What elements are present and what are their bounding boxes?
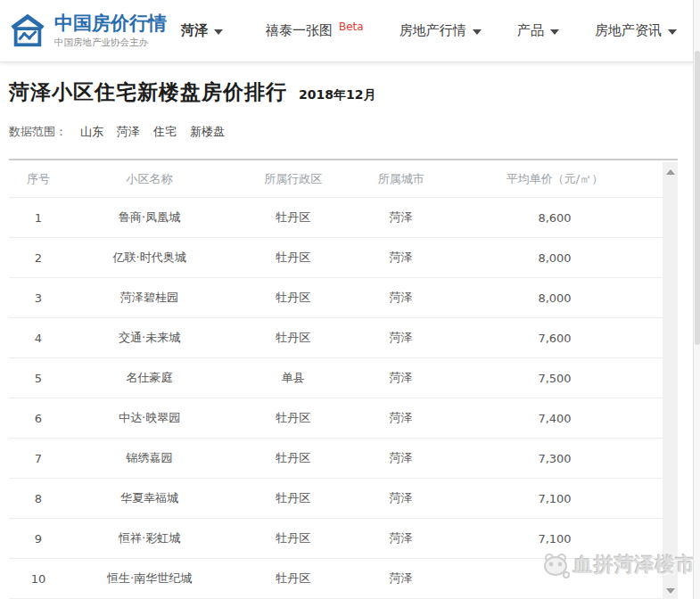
rank-cell: 3 xyxy=(9,291,68,305)
rank-cell: 9 xyxy=(9,532,68,546)
price-cell: 7,400 xyxy=(447,412,663,425)
district-cell: 牡丹区 xyxy=(231,570,355,587)
community-name-cell[interactable]: 亿联·时代奥城 xyxy=(68,250,231,266)
price-cell: 7,300 xyxy=(447,452,663,465)
chevron-down-icon xyxy=(550,29,559,35)
rank-cell: 5 xyxy=(9,372,68,385)
community-name-cell[interactable]: 华夏幸福城 xyxy=(68,490,231,506)
city-cell: 菏泽 xyxy=(355,330,447,346)
site-header: 中国房价行情 中国房地产业协会主办 菏泽 禧泰一张图 Beta 房地产行情 产品… xyxy=(0,0,700,62)
community-name-cell[interactable]: 菏泽碧桂园 xyxy=(68,290,231,306)
nav-item-label: 房地产行情 xyxy=(399,22,466,39)
scope-item-province[interactable]: 山东 xyxy=(80,124,103,140)
beta-badge: Beta xyxy=(339,21,364,32)
city-cell: 菏泽 xyxy=(355,290,447,306)
browser-scrollbar[interactable] xyxy=(693,0,700,599)
table-row: 3 菏泽碧桂园 牡丹区 菏泽 8,000 xyxy=(9,278,678,318)
district-cell: 单县 xyxy=(231,370,355,386)
community-name-cell[interactable]: 交通·未来城 xyxy=(68,330,231,346)
brand-logo[interactable]: 中国房价行情 中国房地产业协会主办 xyxy=(9,12,167,50)
house-chart-logo-icon xyxy=(9,12,46,50)
price-cell: 7,100 xyxy=(447,532,663,546)
report-date: 2018年12月 xyxy=(299,87,375,103)
browser-scrollbar-thumb[interactable] xyxy=(695,51,700,345)
ranking-table: 序号 小区名称 所属行政区 所属城市 平均单价（元/㎡） 1 鲁商·凤凰城 牡丹… xyxy=(9,159,678,599)
table-row: 5 名仕豪庭 单县 菏泽 7,500 xyxy=(9,358,678,398)
rank-cell: 1 xyxy=(9,211,68,225)
price-cell: 7,600 xyxy=(447,332,663,345)
rank-cell: 8 xyxy=(9,492,68,505)
table-row: 10 恒生·南华世纪城 牡丹区 菏泽 xyxy=(9,559,678,599)
brand-title: 中国房价行情 xyxy=(54,12,167,34)
nav-item-xitai-map[interactable]: 禧泰一张图 Beta xyxy=(266,22,364,39)
nav-item-label: 房地产资讯 xyxy=(595,22,662,39)
chevron-down-icon xyxy=(473,29,482,35)
main-content: 菏泽小区住宅新楼盘房价排行 2018年12月 数据范围： 山东 菏泽 住宅 新楼… xyxy=(0,78,700,599)
nav-item-label: 禧泰一张图 xyxy=(266,22,333,39)
brand-subtitle: 中国房地产业协会主办 xyxy=(54,37,167,49)
nav-item-label: 产品 xyxy=(517,22,544,39)
nav-item-market[interactable]: 房地产行情 xyxy=(399,22,482,39)
community-name-cell[interactable]: 恒祥·彩虹城 xyxy=(68,530,231,546)
column-header-district: 所属行政区 xyxy=(231,171,355,187)
column-header-price: 平均单价（元/㎡） xyxy=(447,171,663,187)
table-row: 8 华夏幸福城 牡丹区 菏泽 7,100 xyxy=(9,479,678,519)
brand-text: 中国房价行情 中国房地产业协会主办 xyxy=(54,12,167,48)
scope-item-city[interactable]: 菏泽 xyxy=(117,124,140,140)
table-header-row: 序号 小区名称 所属行政区 所属城市 平均单价（元/㎡） xyxy=(9,160,678,198)
price-cell: 8,000 xyxy=(447,291,663,305)
city-cell: 菏泽 xyxy=(355,250,447,266)
table-row: 6 中达·映翠园 牡丹区 菏泽 7,400 xyxy=(9,398,678,439)
table-scrollbar[interactable] xyxy=(663,162,678,599)
table-row: 9 恒祥·彩虹城 牡丹区 菏泽 7,100 xyxy=(9,519,678,559)
city-selector-label: 菏泽 xyxy=(181,22,208,39)
price-cell: 8,000 xyxy=(447,251,663,265)
scrollbar-up-arrow-icon[interactable] xyxy=(666,169,675,175)
table-body: 1 鲁商·凤凰城 牡丹区 菏泽 8,600 2 亿联·时代奥城 牡丹区 菏泽 8… xyxy=(9,198,678,599)
page-title: 菏泽小区住宅新楼盘房价排行 xyxy=(9,78,287,106)
city-cell: 菏泽 xyxy=(355,570,447,587)
city-cell: 菏泽 xyxy=(355,410,447,426)
table-row: 4 交通·未来城 牡丹区 菏泽 7,600 xyxy=(9,318,678,358)
nav-item-products[interactable]: 产品 xyxy=(517,22,559,39)
column-header-rank: 序号 xyxy=(9,171,68,187)
scope-item-type[interactable]: 住宅 xyxy=(153,124,177,140)
community-name-cell[interactable]: 锦绣嘉园 xyxy=(68,450,231,466)
table-row: 1 鲁商·凤凰城 牡丹区 菏泽 8,600 xyxy=(9,198,678,238)
rank-cell: 10 xyxy=(9,572,68,586)
district-cell: 牡丹区 xyxy=(231,530,355,546)
community-name-cell[interactable]: 中达·映翠园 xyxy=(68,410,231,426)
nav-item-news[interactable]: 房地产资讯 xyxy=(595,22,677,39)
city-cell: 菏泽 xyxy=(355,370,447,386)
price-cell: 7,500 xyxy=(447,372,663,385)
price-cell: 7,100 xyxy=(447,492,663,505)
city-cell: 菏泽 xyxy=(355,490,447,506)
data-scope-label: 数据范围： xyxy=(9,124,67,140)
data-scope: 数据范围： 山东 菏泽 住宅 新楼盘 xyxy=(9,124,678,140)
district-cell: 牡丹区 xyxy=(231,490,355,506)
table-row: 2 亿联·时代奥城 牡丹区 菏泽 8,000 xyxy=(9,238,678,278)
scope-item-category[interactable]: 新楼盘 xyxy=(190,124,225,140)
city-cell: 菏泽 xyxy=(355,209,447,226)
column-header-city: 所属城市 xyxy=(355,171,447,187)
column-header-community: 小区名称 xyxy=(68,171,231,187)
community-name-cell[interactable]: 恒生·南华世纪城 xyxy=(68,570,231,587)
price-cell: 8,600 xyxy=(447,211,663,225)
district-cell: 牡丹区 xyxy=(231,410,355,426)
district-cell: 牡丹区 xyxy=(231,330,355,346)
rank-cell: 2 xyxy=(9,251,68,265)
city-cell: 菏泽 xyxy=(355,450,447,466)
title-row: 菏泽小区住宅新楼盘房价排行 2018年12月 xyxy=(9,78,678,106)
scrollbar-down-arrow-icon[interactable] xyxy=(666,588,675,594)
community-name-cell[interactable]: 名仕豪庭 xyxy=(68,370,231,386)
city-selector[interactable]: 菏泽 xyxy=(181,22,223,39)
rank-cell: 4 xyxy=(9,332,68,345)
table-row: 7 锦绣嘉园 牡丹区 菏泽 7,300 xyxy=(9,439,678,479)
district-cell: 牡丹区 xyxy=(231,250,355,266)
city-cell: 菏泽 xyxy=(355,530,447,546)
community-name-cell[interactable]: 鲁商·凤凰城 xyxy=(68,209,231,226)
rank-cell: 7 xyxy=(9,452,68,465)
district-cell: 牡丹区 xyxy=(231,209,355,226)
rank-cell: 6 xyxy=(9,412,68,425)
district-cell: 牡丹区 xyxy=(231,290,355,306)
